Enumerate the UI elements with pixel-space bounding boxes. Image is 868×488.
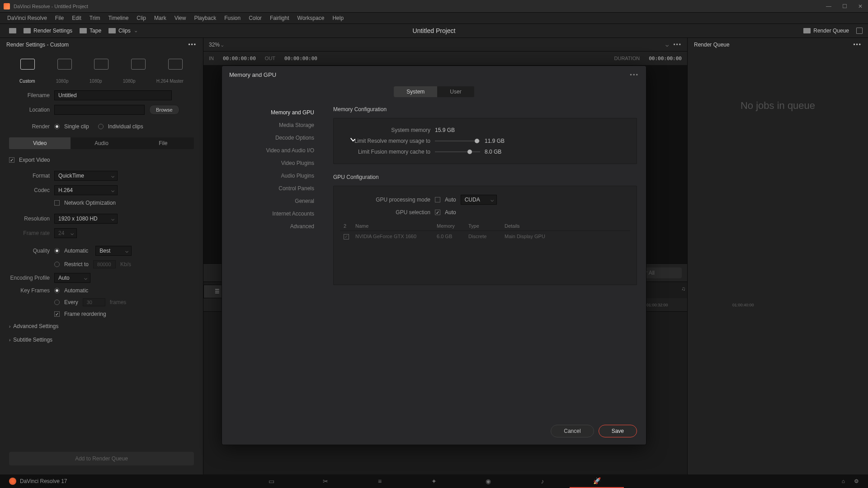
- modal-menu-icon[interactable]: •••: [630, 71, 639, 78]
- close-button[interactable]: ✕: [856, 3, 864, 9]
- single-clip-radio[interactable]: [54, 124, 60, 129]
- prefs-item-media-storage[interactable]: Media Storage: [222, 119, 324, 131]
- menu-trim[interactable]: Trim: [86, 14, 104, 23]
- tab-video[interactable]: Video: [9, 137, 71, 149]
- menu-help[interactable]: Help: [329, 14, 347, 23]
- advanced-settings-expand[interactable]: ›Advanced Settings: [0, 319, 203, 333]
- zoom-dropdown[interactable]: 32% ⌵: [209, 42, 223, 48]
- render-queue-button[interactable]: Render Queue: [800, 26, 853, 36]
- preset-custom[interactable]: [20, 59, 35, 70]
- kf-every-radio[interactable]: [54, 300, 60, 305]
- quality-select[interactable]: Best: [95, 246, 132, 256]
- format-select[interactable]: QuickTime: [54, 171, 118, 181]
- menu-davinci-resolve[interactable]: DaVinci Resolve: [4, 14, 51, 23]
- frame-reorder-checkbox[interactable]: [54, 311, 60, 317]
- settings-gear-icon[interactable]: ⚙: [854, 478, 859, 484]
- gpu-row[interactable]: NVIDIA GeForce GTX 1660 6.0 GB Discrete …: [340, 231, 630, 242]
- preset-h264[interactable]: [168, 59, 183, 70]
- menu-mark[interactable]: Mark: [151, 14, 170, 23]
- kf-auto-radio[interactable]: [54, 288, 60, 293]
- menu-playback[interactable]: Playback: [190, 14, 220, 23]
- subtitle-settings-expand[interactable]: ›Subtitle Settings: [0, 333, 203, 347]
- save-button[interactable]: Save: [599, 425, 637, 437]
- gpu-mode-auto-checkbox[interactable]: [435, 197, 440, 202]
- user-tab[interactable]: User: [437, 86, 474, 97]
- system-tab[interactable]: System: [394, 86, 437, 97]
- minimize-button[interactable]: —: [824, 3, 833, 9]
- preset-youtube[interactable]: [57, 59, 72, 70]
- in-timecode[interactable]: 00:00:00:00: [223, 56, 256, 61]
- deliver-page-icon[interactable]: 🚀: [570, 474, 624, 488]
- preset-sub-label: H.264 Master: [156, 79, 184, 84]
- menu-fairlight[interactable]: Fairlight: [266, 14, 293, 23]
- restrict-radio[interactable]: [54, 262, 60, 267]
- panel-menu-icon[interactable]: •••: [188, 42, 197, 48]
- cut-page-icon[interactable]: ✂: [298, 474, 353, 488]
- prefs-item-control-panels[interactable]: Control Panels: [222, 182, 324, 195]
- viewer-menu-icon[interactable]: •••: [673, 42, 682, 48]
- quality-label: Quality: [9, 248, 50, 254]
- panel-title: Render Settings - Custom: [6, 42, 69, 48]
- quality-auto-radio[interactable]: [54, 248, 60, 253]
- menu-file[interactable]: File: [52, 14, 67, 23]
- fairlight-page-icon[interactable]: ♪: [515, 474, 570, 488]
- limit-resolve-slider[interactable]: [435, 141, 480, 141]
- fusion-page-icon[interactable]: ✦: [407, 474, 461, 488]
- tape-button[interactable]: Tape: [76, 26, 105, 36]
- preset-vimeo[interactable]: [94, 59, 108, 70]
- gpu-sel-auto-checkbox[interactable]: [435, 210, 440, 215]
- filename-input[interactable]: [54, 90, 172, 100]
- tab-audio[interactable]: Audio: [71, 137, 132, 149]
- menu-clip[interactable]: Clip: [133, 14, 150, 23]
- export-video-checkbox[interactable]: [9, 157, 14, 163]
- prefs-item-general[interactable]: General: [222, 195, 324, 207]
- menu-timeline[interactable]: Timeline: [104, 14, 132, 23]
- clips-dropdown[interactable]: Clips⌵: [105, 26, 141, 36]
- cancel-button[interactable]: Cancel: [551, 425, 594, 437]
- menu-fusion[interactable]: Fusion: [221, 14, 244, 23]
- encprof-select[interactable]: Auto: [54, 273, 90, 283]
- maximize-button[interactable]: ☐: [840, 3, 849, 9]
- out-timecode[interactable]: 00:00:00:00: [284, 56, 317, 61]
- prefs-item-internet-accounts[interactable]: Internet Accounts: [222, 207, 324, 220]
- render-settings-button[interactable]: Render Settings: [20, 26, 76, 36]
- network-opt-checkbox[interactable]: [54, 200, 60, 206]
- quality-auto-label: Automatic: [64, 248, 88, 254]
- preset-twitter[interactable]: [131, 59, 146, 70]
- prefs-item-audio-plugins[interactable]: Audio Plugins: [222, 169, 324, 182]
- individual-clips-radio[interactable]: [98, 124, 104, 129]
- add-to-queue-button[interactable]: Add to Render Queue: [9, 452, 194, 465]
- audio-icon[interactable]: ♫: [681, 286, 685, 292]
- menu-workspace[interactable]: Workspace: [294, 14, 328, 23]
- prefs-item-decode-options[interactable]: Decode Options: [222, 131, 324, 144]
- expand-icon[interactable]: [856, 28, 863, 34]
- menu-view[interactable]: View: [171, 14, 190, 23]
- gpu-mode-select[interactable]: CUDA: [461, 195, 497, 205]
- location-input[interactable]: [54, 105, 145, 115]
- prefs-item-memory-and-gpu[interactable]: Memory and GPU: [222, 106, 324, 119]
- clips-label: Clips: [118, 28, 131, 34]
- quick-export-button[interactable]: [5, 26, 20, 35]
- toolbar: Render Settings Tape Clips⌵ Untitled Pro…: [0, 23, 868, 38]
- prefs-item-video-and-audio-i-o[interactable]: Video and Audio I/O: [222, 144, 324, 157]
- menu-edit[interactable]: Edit: [68, 14, 85, 23]
- codec-select[interactable]: H.264: [54, 185, 118, 195]
- gpu-details: Main Display GPU: [505, 234, 627, 239]
- limit-fusion-slider[interactable]: [435, 151, 480, 152]
- tab-file[interactable]: File: [132, 137, 194, 149]
- queue-menu-icon[interactable]: •••: [853, 42, 862, 48]
- prefs-item-advanced[interactable]: Advanced: [222, 220, 324, 233]
- window-title: DaVinci Resolve - Untitled Project: [14, 4, 88, 9]
- queue-empty-message: No jobs in queue: [688, 52, 868, 160]
- render-queue-panel: Render Queue ••• No jobs in queue: [687, 38, 868, 474]
- home-icon[interactable]: ⌂: [842, 478, 845, 484]
- frame-reorder-label: Frame reordering: [64, 311, 106, 317]
- browse-button[interactable]: Browse: [149, 105, 179, 115]
- edit-page-icon[interactable]: ≡: [353, 474, 407, 488]
- prefs-item-video-plugins[interactable]: Video Plugins: [222, 157, 324, 169]
- resolution-select[interactable]: 868 x 488 HD: [54, 214, 118, 224]
- viewer-options-dropdown[interactable]: ⌵: [665, 42, 669, 48]
- color-page-icon[interactable]: ◉: [461, 474, 515, 488]
- menu-color[interactable]: Color: [245, 14, 265, 23]
- media-page-icon[interactable]: ▭: [244, 474, 298, 488]
